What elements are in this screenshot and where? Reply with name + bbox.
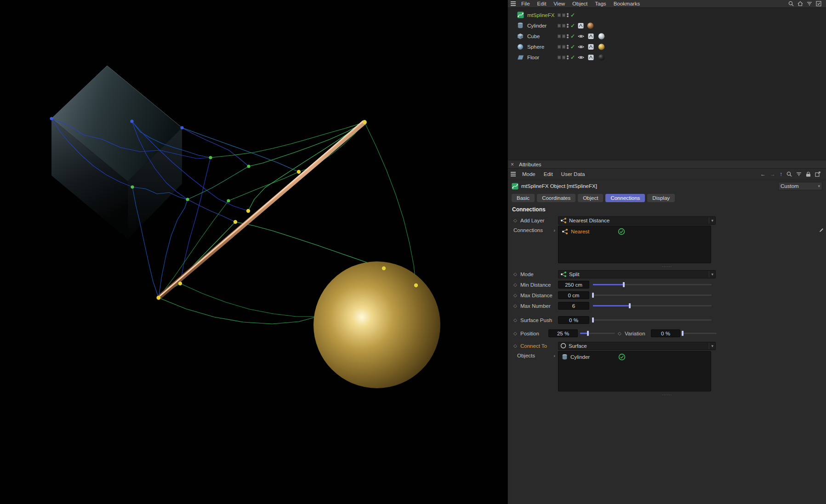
connections-listbox[interactable]: Nearest — [558, 226, 711, 263]
material-tag-icon[interactable] — [598, 33, 605, 40]
menu-user-data[interactable]: User Data — [558, 171, 589, 177]
preset-dropdown[interactable]: Custom ▾ — [778, 182, 822, 190]
search-icon[interactable] — [788, 1, 794, 6]
layer-square-1[interactable] — [558, 34, 561, 38]
new-window-icon[interactable] — [815, 171, 820, 177]
eye-icon[interactable] — [578, 34, 584, 39]
layer-square-1[interactable] — [558, 45, 561, 48]
connect-to-dropdown[interactable]: Surface ▾ — [558, 342, 716, 350]
object-row-cylinder[interactable]: Cylinder ✓ — [508, 20, 826, 31]
filter-icon[interactable] — [807, 1, 812, 6]
enable-check-icon[interactable]: ✓ — [570, 34, 575, 39]
max-number-slider[interactable] — [593, 303, 712, 309]
layer-square-2[interactable] — [562, 34, 565, 38]
pencil-icon[interactable] — [819, 227, 824, 233]
menu-object[interactable]: Object — [569, 1, 591, 6]
material-tag-icon[interactable] — [587, 22, 594, 29]
filter-icon[interactable] — [796, 172, 802, 176]
cube-object[interactable] — [51, 66, 182, 239]
polygon-tag-icon[interactable] — [588, 44, 594, 50]
menu-file[interactable]: File — [518, 1, 534, 6]
object-row-mtsplinefx[interactable]: mtSplineFX ✓ — [508, 10, 826, 20]
sphere-object[interactable] — [313, 261, 440, 388]
home-icon[interactable] — [798, 1, 803, 6]
chevron-right-icon[interactable]: › — [553, 353, 555, 358]
min-distance-input[interactable] — [558, 281, 589, 289]
forward-arrow-icon[interactable]: → — [770, 171, 775, 177]
objects-listbox[interactable]: Cylinder — [558, 351, 711, 391]
polygon-tag-icon[interactable] — [578, 23, 584, 28]
slider-handle[interactable] — [592, 293, 594, 298]
polygon-tag-icon[interactable] — [588, 33, 594, 39]
object-item-cylinder[interactable]: Cylinder — [558, 351, 711, 362]
viewport-canvas[interactable] — [0, 0, 507, 504]
object-row-sphere[interactable]: Sphere ✓ — [508, 41, 826, 52]
visibility-dots[interactable] — [567, 23, 569, 28]
enabled-check-icon[interactable] — [618, 353, 626, 361]
eye-icon[interactable] — [578, 45, 584, 49]
max-distance-input[interactable] — [558, 291, 589, 299]
layer-square-2[interactable] — [562, 45, 565, 48]
layer-square-2[interactable] — [562, 56, 565, 59]
menu-tags[interactable]: Tags — [591, 1, 610, 6]
enable-check-icon[interactable]: ✓ — [570, 12, 575, 18]
menu-edit[interactable]: Edit — [534, 1, 550, 6]
menu-mode[interactable]: Mode — [518, 171, 539, 177]
visibility-dots[interactable] — [567, 34, 569, 39]
hamburger-icon[interactable] — [511, 1, 516, 6]
polygon-tag-icon[interactable] — [588, 54, 594, 60]
tab-coordinates[interactable]: Coordinates — [537, 194, 575, 202]
material-tag-icon[interactable] — [598, 43, 605, 50]
menu-bookmarks[interactable]: Bookmarks — [610, 1, 644, 6]
viewport-3d[interactable] — [0, 0, 507, 504]
object-row-floor[interactable]: Floor ✓ — [508, 52, 826, 62]
group-divider[interactable]: ...... — [508, 391, 826, 397]
enable-check-icon[interactable]: ✓ — [570, 44, 575, 50]
max-distance-slider[interactable] — [593, 292, 712, 298]
search-icon[interactable] — [786, 171, 792, 177]
tab-connections[interactable]: Connections — [605, 194, 645, 202]
layer-square-1[interactable] — [558, 13, 561, 17]
object-row-cube[interactable]: Cube ✓ — [508, 31, 826, 41]
min-distance-slider[interactable] — [593, 282, 712, 288]
variation-slider[interactable] — [683, 330, 717, 336]
slider-handle[interactable] — [682, 331, 684, 336]
mode-dropdown[interactable]: Split ▾ — [558, 270, 716, 278]
up-arrow-icon[interactable]: ↑ — [780, 171, 782, 177]
visibility-dots[interactable] — [567, 55, 569, 60]
position-input[interactable] — [548, 329, 578, 337]
slider-handle[interactable] — [629, 303, 631, 308]
visibility-dots[interactable] — [567, 12, 569, 17]
menu-view[interactable]: View — [550, 1, 569, 6]
surface-push-slider[interactable] — [593, 317, 712, 323]
eye-icon[interactable] — [578, 55, 584, 60]
slider-handle[interactable] — [587, 331, 589, 336]
layer-square-2[interactable] — [562, 13, 565, 17]
group-divider[interactable]: ...... — [508, 263, 826, 269]
menu-edit-attr[interactable]: Edit — [540, 171, 557, 177]
variation-input[interactable] — [651, 329, 680, 337]
tab-basic[interactable]: Basic — [512, 194, 535, 202]
visibility-dots[interactable] — [567, 44, 569, 49]
material-tag-icon[interactable] — [598, 54, 605, 61]
layer-square-1[interactable] — [558, 56, 561, 59]
enable-check-icon[interactable]: ✓ — [570, 23, 575, 28]
window-check-icon[interactable] — [816, 1, 821, 6]
position-slider[interactable] — [580, 330, 615, 336]
surface-push-input[interactable] — [558, 316, 589, 324]
max-number-input[interactable] — [558, 302, 589, 310]
enabled-check-icon[interactable] — [618, 228, 625, 235]
connection-item-nearest[interactable]: Nearest — [558, 226, 711, 237]
close-icon[interactable]: × — [511, 161, 515, 168]
enable-check-icon[interactable]: ✓ — [570, 55, 575, 60]
chevron-right-icon[interactable]: › — [553, 227, 555, 233]
tab-display[interactable]: Display — [647, 194, 675, 202]
lock-icon[interactable] — [806, 171, 811, 177]
layer-square-2[interactable] — [562, 24, 565, 27]
layer-square-1[interactable] — [558, 24, 561, 27]
tab-object[interactable]: Object — [578, 194, 603, 202]
slider-handle[interactable] — [592, 317, 594, 323]
hamburger-icon[interactable] — [511, 172, 516, 176]
slider-handle[interactable] — [623, 282, 625, 287]
cylinder-object[interactable] — [159, 121, 365, 298]
